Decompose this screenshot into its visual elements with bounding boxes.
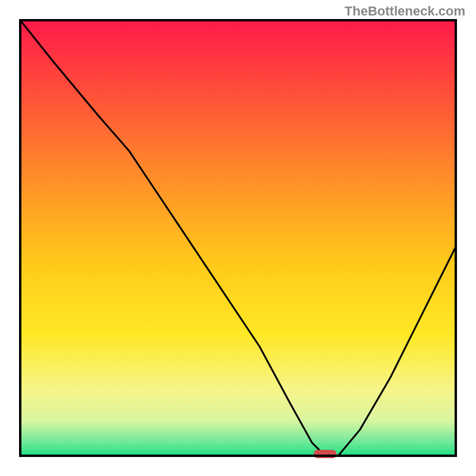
gradient-background <box>20 20 456 456</box>
bottleneck-chart <box>0 0 476 476</box>
watermark-text: TheBottleneck.com <box>345 4 465 19</box>
plot-area <box>20 20 456 458</box>
chart-container: TheBottleneck.com <box>0 0 476 476</box>
